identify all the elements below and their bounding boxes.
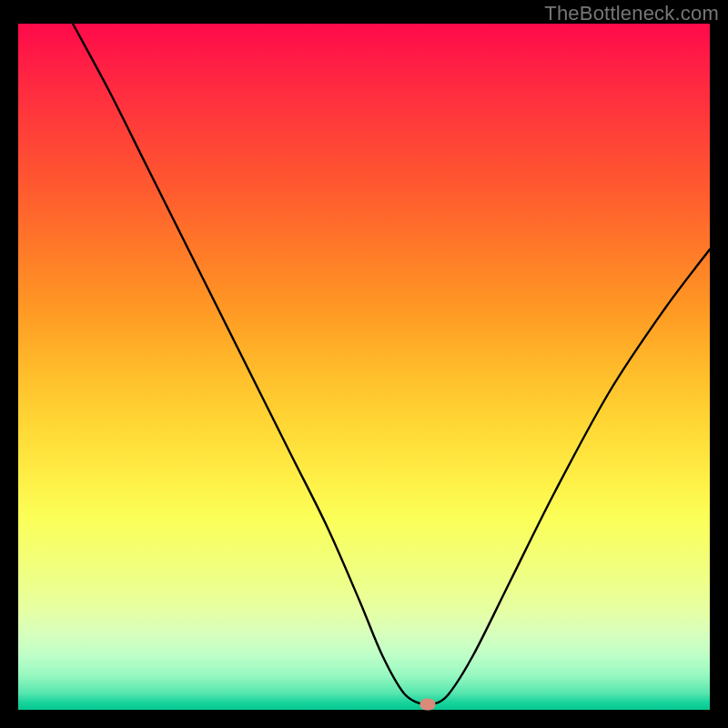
chart-frame: TheBottleneck.com bbox=[0, 0, 728, 728]
watermark-text: TheBottleneck.com bbox=[544, 2, 719, 25]
curve-svg bbox=[18, 24, 710, 710]
plot-area bbox=[18, 24, 710, 710]
bottleneck-curve bbox=[73, 24, 710, 705]
optimum-marker bbox=[420, 699, 436, 711]
